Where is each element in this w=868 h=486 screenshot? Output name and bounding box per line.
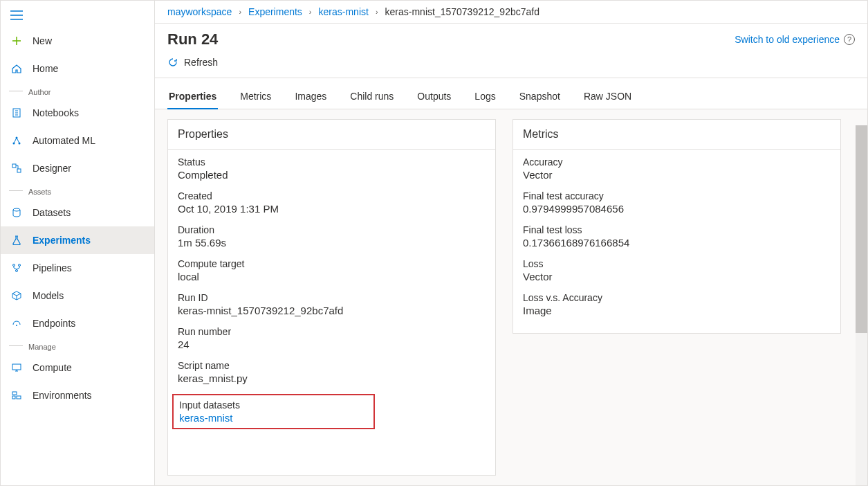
nav-label: Models xyxy=(33,290,64,301)
nav-section-assets: Assets xyxy=(1,182,154,199)
models-icon xyxy=(10,289,23,302)
page-title: Run 24 xyxy=(167,30,218,48)
breadcrumb-current: keras-mnist_1570739212_92bc7afd xyxy=(385,6,539,17)
nav-models[interactable]: Models xyxy=(1,282,154,309)
tab-metrics[interactable]: Metrics xyxy=(239,87,273,109)
svg-point-6 xyxy=(13,208,20,211)
hamburger-menu-button[interactable] xyxy=(1,3,154,27)
metrics-card: Metrics AccuracyVector Final test accura… xyxy=(513,119,841,334)
nav-label: Automated ML xyxy=(33,135,95,146)
nav-label: Environments xyxy=(33,390,92,401)
nav-section-manage: Manage xyxy=(1,337,154,354)
breadcrumb: mayworkspace › Experiments › keras-mnist… xyxy=(155,1,867,24)
nav-label: Experiments xyxy=(33,235,91,246)
svg-rect-5 xyxy=(17,169,21,172)
nav-home[interactable]: Home xyxy=(1,55,154,82)
metric-value-accuracy: Vector xyxy=(523,169,831,181)
refresh-button[interactable]: Refresh xyxy=(167,57,218,68)
chevron-right-icon: › xyxy=(309,8,312,16)
tab-raw-json[interactable]: Raw JSON xyxy=(582,87,633,109)
metric-label: Accuracy xyxy=(523,156,831,168)
metric-label: Loss xyxy=(523,258,831,269)
prop-label: Status xyxy=(178,156,486,168)
breadcrumb-experiments[interactable]: Experiments xyxy=(248,6,302,17)
svg-point-10 xyxy=(16,325,17,326)
nav-label: Notebooks xyxy=(33,107,79,118)
nav-label: New xyxy=(33,35,52,46)
prop-label: Created xyxy=(178,190,486,201)
refresh-icon xyxy=(167,57,178,68)
input-dataset-link[interactable]: keras-mnist xyxy=(179,412,233,424)
automl-icon xyxy=(10,134,23,147)
metric-value-final-test-accuracy: 0.9794999957084656 xyxy=(523,203,831,215)
prop-value-status: Completed xyxy=(178,169,486,181)
endpoints-icon xyxy=(10,317,23,330)
breadcrumb-workspace[interactable]: mayworkspace xyxy=(167,6,232,17)
input-datasets-highlight: Input datasets keras-mnist xyxy=(172,394,375,429)
metric-label: Final test loss xyxy=(523,224,831,235)
chevron-right-icon: › xyxy=(239,8,241,16)
svg-point-7 xyxy=(13,264,15,267)
svg-point-8 xyxy=(19,264,21,267)
nav-new[interactable]: New xyxy=(1,27,154,55)
nav-label: Datasets xyxy=(33,207,71,218)
card-title: Metrics xyxy=(513,120,840,150)
prop-label: Run number xyxy=(178,326,486,337)
notebook-icon xyxy=(10,107,23,119)
pipelines-icon xyxy=(10,262,23,274)
nav-designer[interactable]: Designer xyxy=(1,154,154,182)
svg-rect-14 xyxy=(12,396,15,399)
tab-child-runs[interactable]: Child runs xyxy=(349,87,395,109)
compute-icon xyxy=(10,361,23,374)
nav-notebooks[interactable]: Notebooks xyxy=(1,99,154,127)
sidebar: New Home Author Notebooks Automated ML xyxy=(1,1,155,485)
nav-datasets[interactable]: Datasets xyxy=(1,199,154,226)
tab-logs[interactable]: Logs xyxy=(473,87,497,109)
metric-value-loss: Vector xyxy=(523,271,831,282)
nav-automated-ml[interactable]: Automated ML xyxy=(1,127,154,154)
prop-value-compute-target: local xyxy=(178,271,486,282)
tabs: Properties Metrics Images Child runs Out… xyxy=(155,78,867,109)
metric-value-final-test-loss: 0.17366168976166854 xyxy=(523,237,831,249)
prop-label: Input datasets xyxy=(179,399,368,411)
prop-label: Compute target xyxy=(178,258,486,269)
metric-label: Final test accuracy xyxy=(523,190,831,201)
prop-value-duration: 1m 55.69s xyxy=(178,237,486,249)
plus-icon xyxy=(10,35,23,47)
svg-rect-12 xyxy=(12,392,17,395)
nav-environments[interactable]: Environments xyxy=(1,381,154,409)
home-icon xyxy=(10,62,23,75)
nav-endpoints[interactable]: Endpoints xyxy=(1,309,154,337)
flask-icon xyxy=(10,234,23,246)
metric-value-loss-vs-accuracy: Image xyxy=(523,305,831,316)
tab-images[interactable]: Images xyxy=(293,87,328,109)
svg-rect-13 xyxy=(17,396,21,399)
tab-snapshot[interactable]: Snapshot xyxy=(518,87,562,109)
help-icon[interactable]: ? xyxy=(844,34,855,45)
switch-old-experience-link[interactable]: Switch to old experience ? xyxy=(735,34,855,45)
nav-compute[interactable]: Compute xyxy=(1,354,154,381)
nav-label: Endpoints xyxy=(33,318,75,329)
nav-section-author: Author xyxy=(1,82,154,99)
datasets-icon xyxy=(10,206,23,219)
svg-rect-11 xyxy=(12,364,21,370)
properties-card: Properties StatusCompleted CreatedOct 10… xyxy=(167,119,496,476)
environments-icon xyxy=(10,389,23,402)
prop-value-run-id: keras-mnist_1570739212_92bc7afd xyxy=(178,305,486,316)
tab-properties[interactable]: Properties xyxy=(167,87,218,109)
vertical-scrollbar[interactable] xyxy=(856,125,867,485)
svg-point-9 xyxy=(16,270,18,272)
scrollbar-thumb[interactable] xyxy=(856,125,867,333)
chevron-right-icon: › xyxy=(376,8,378,16)
prop-value-created: Oct 10, 2019 1:31 PM xyxy=(178,203,486,215)
nav-pipelines[interactable]: Pipelines xyxy=(1,254,154,282)
svg-rect-4 xyxy=(12,164,16,168)
prop-label: Duration xyxy=(178,224,486,235)
nav-label: Designer xyxy=(33,163,71,174)
prop-value-run-number: 24 xyxy=(178,339,486,350)
metric-label: Loss v.s. Accuracy xyxy=(523,292,831,303)
tab-outputs[interactable]: Outputs xyxy=(416,87,452,109)
breadcrumb-experiment[interactable]: keras-mnist xyxy=(319,6,369,17)
nav-experiments[interactable]: Experiments xyxy=(1,226,154,254)
prop-label: Run ID xyxy=(178,292,486,303)
